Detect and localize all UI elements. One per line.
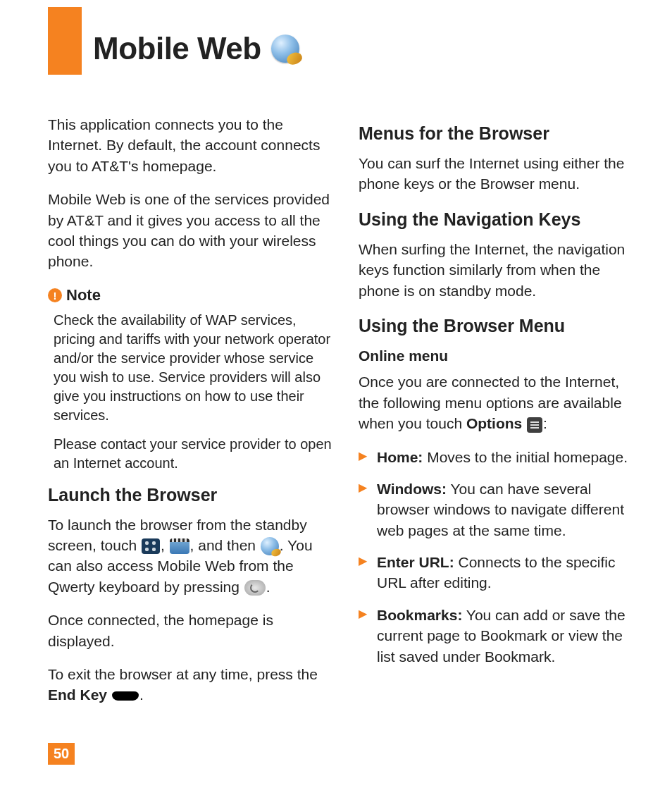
list-item: Windows: You can have several browser wi… — [359, 479, 644, 541]
options-label: Options — [466, 415, 522, 431]
list-item: Bookmarks: You can add or save the curre… — [359, 605, 644, 667]
online-menu-paragraph: Once you are connected to the Internet, … — [359, 371, 644, 433]
nav-keys-paragraph: When surfing the Internet, the navigatio… — [359, 239, 644, 301]
content-columns: This application connects you to the Int… — [48, 114, 644, 718]
menus-heading: Menus for the Browser — [359, 121, 644, 146]
page-number: 50 — [48, 743, 75, 765]
note-text-1: Check the availability of WAP services, … — [54, 311, 333, 425]
item-label: Enter URL: — [377, 554, 454, 570]
note-body: Check the availability of WAP services, … — [48, 311, 333, 473]
text: To exit the browser at any time, press t… — [48, 666, 318, 682]
intro-paragraph-2: Mobile Web is one of the services provid… — [48, 189, 333, 272]
launch-paragraph-3: To exit the browser at any time, press t… — [48, 664, 333, 706]
swirl-key-icon — [244, 580, 266, 596]
text: . — [266, 579, 270, 595]
nav-keys-heading: Using the Navigation Keys — [359, 207, 644, 232]
phone-end-icon — [112, 689, 139, 703]
item-label: Bookmarks: — [377, 607, 462, 623]
globe-icon — [271, 35, 299, 63]
text — [522, 415, 526, 431]
launch-paragraph-1: To launch the browser from the standby s… — [48, 515, 333, 598]
item-label: Windows: — [377, 481, 447, 497]
media-clapper-icon — [170, 538, 189, 554]
browser-menu-heading: Using the Browser Menu — [359, 314, 644, 338]
right-column: Menus for the Browser You can surf the I… — [359, 114, 644, 718]
item-text: Moves to the initial homepage. — [423, 449, 628, 465]
text: : — [543, 415, 547, 431]
menus-paragraph: You can surf the Internet using either t… — [359, 153, 644, 195]
note-label: Note — [66, 285, 101, 307]
text: , — [161, 537, 169, 553]
note-text-2: Please contact your service provider to … — [54, 435, 333, 473]
intro-paragraph-1: This application connects you to the Int… — [48, 114, 333, 176]
globe-small-icon — [261, 537, 279, 555]
note-heading: ! Note — [48, 285, 333, 307]
left-column: This application connects you to the Int… — [48, 114, 333, 718]
text — [107, 686, 111, 703]
menu-options-list: Home: Moves to the initial homepage. Win… — [359, 447, 644, 667]
list-item: Home: Moves to the initial homepage. — [359, 447, 644, 467]
alert-icon: ! — [48, 288, 62, 302]
online-menu-subheading: Online menu — [359, 345, 644, 366]
launch-heading: Launch the Browser — [48, 483, 333, 507]
item-label: Home: — [377, 449, 423, 465]
title-text: Mobile Web — [93, 31, 261, 66]
list-item: Enter URL: Connects to the specific URL … — [359, 552, 644, 593]
text: , and then — [190, 537, 260, 553]
text: . — [139, 686, 144, 703]
end-key-label: End Key — [48, 686, 107, 703]
apps-grid-icon — [142, 538, 160, 554]
corner-accent — [48, 7, 82, 75]
launch-paragraph-2: Once connected, the homepage is displaye… — [48, 610, 333, 651]
page-title: Mobile Web — [93, 31, 299, 66]
options-menu-icon — [527, 417, 542, 433]
